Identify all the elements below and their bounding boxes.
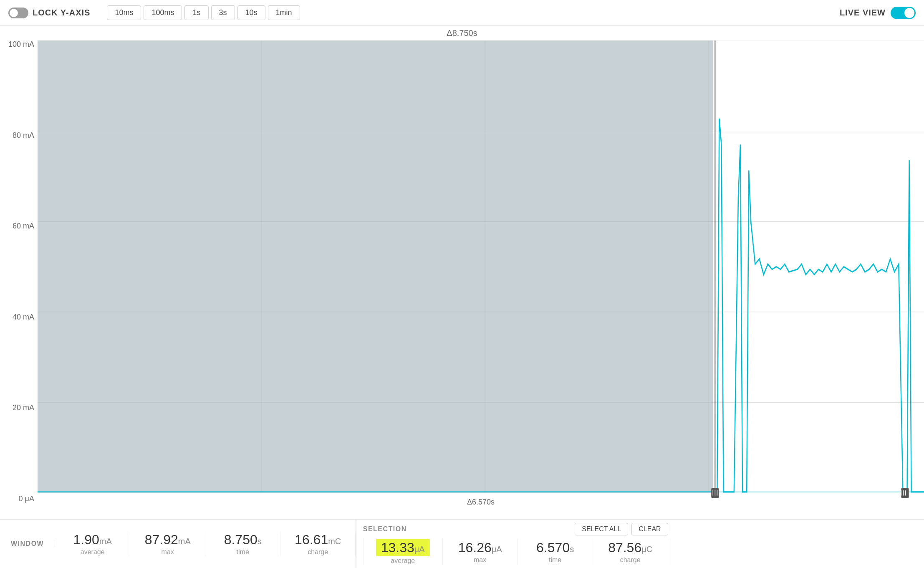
selection-stats-row: 13.33μA average 16.26μA max 6.570s time (363, 539, 668, 565)
sel-charge-label: charge (620, 556, 641, 564)
y-label-20ma: 20 mA (0, 404, 34, 411)
selection-stat-average: 13.33μA average (363, 539, 443, 565)
live-view-section: LIVE VIEW (840, 7, 916, 19)
sel-avg-value: 13.33μA (376, 539, 430, 556)
y-label-60ma: 60 mA (0, 222, 34, 230)
chart-svg (38, 41, 924, 519)
lock-y-axis-control: LOCK Y-AXIS (8, 8, 90, 18)
window-time-label: time (237, 548, 249, 556)
chart-main: 100 mA 80 mA 60 mA 40 mA 20 mA 0 μA (0, 41, 924, 519)
svg-rect-17 (901, 488, 909, 498)
clear-button[interactable]: CLEAR (631, 523, 668, 535)
toolbar: LOCK Y-AXIS 10ms 100ms 1s 3s 10s 1min LI… (0, 0, 924, 26)
lock-y-axis-toggle[interactable] (8, 8, 28, 18)
sel-avg-label: average (391, 557, 415, 565)
window-time-value: 8.750s (224, 532, 262, 548)
time-btn-1min[interactable]: 1min (268, 5, 300, 20)
selection-stat-max: 16.26μA max (443, 539, 518, 565)
sel-max-value: 16.26μA (458, 540, 502, 555)
time-buttons-group: 10ms 100ms 1s 3s 10s 1min (107, 5, 300, 20)
svg-rect-0 (38, 41, 713, 493)
y-label-100ma: 100 mA (0, 41, 34, 48)
window-stat-max: 87.92mA max (130, 532, 205, 556)
window-avg-label: average (81, 548, 105, 556)
selection-label-area: SELECTION SELECT ALL CLEAR 13.33μA avera… (356, 520, 675, 568)
selection-label: SELECTION (363, 525, 407, 533)
time-btn-3s[interactable]: 3s (211, 5, 235, 20)
window-section: WINDOW (0, 540, 55, 548)
time-btn-100ms[interactable]: 100ms (144, 5, 182, 20)
window-label: WINDOW (4, 540, 50, 548)
chart-container: Δ8.750s 100 mA 80 mA 60 mA 40 mA 20 mA 0… (0, 26, 924, 519)
sel-charge-value: 87.56μC (608, 540, 652, 555)
window-max-label: max (162, 548, 174, 556)
sel-max-label: max (474, 556, 486, 564)
stats-bar: WINDOW 1.90mA average 87.92mA max 8.750s… (0, 519, 924, 568)
live-view-toggle[interactable] (891, 7, 916, 19)
y-label-80ma: 80 mA (0, 132, 34, 139)
window-stat-charge: 16.61mC charge (280, 532, 356, 556)
y-label-0ua: 0 μA (0, 495, 34, 502)
chart-delta-top: Δ8.750s (0, 26, 924, 41)
chart-plot[interactable]: Δ6.570s (38, 41, 924, 519)
window-charge-value: 16.61mC (295, 532, 341, 548)
window-max-value: 87.92mA (145, 532, 191, 548)
window-avg-value: 1.90mA (73, 532, 112, 548)
chart-delta-bottom: Δ6.570s (467, 498, 495, 507)
window-charge-label: charge (308, 548, 328, 556)
app-container: LOCK Y-AXIS 10ms 100ms 1s 3s 10s 1min LI… (0, 0, 924, 568)
selection-stat-charge: 87.56μC charge (593, 539, 668, 565)
live-view-label: LIVE VIEW (840, 8, 886, 18)
lock-y-axis-label: LOCK Y-AXIS (33, 8, 90, 18)
y-label-40ma: 40 mA (0, 313, 34, 321)
time-btn-10ms[interactable]: 10ms (107, 5, 141, 20)
sel-time-value: 6.570s (536, 540, 574, 555)
window-stat-time: 8.750s time (205, 532, 280, 556)
y-axis: 100 mA 80 mA 60 mA 40 mA 20 mA 0 μA (0, 41, 38, 519)
time-btn-1s[interactable]: 1s (184, 5, 208, 20)
time-btn-10s[interactable]: 10s (237, 5, 265, 20)
select-all-button[interactable]: SELECT ALL (575, 523, 628, 535)
window-stat-average: 1.90mA average (55, 532, 130, 556)
sel-time-label: time (549, 556, 561, 564)
selection-stat-time: 6.570s time (518, 539, 593, 565)
